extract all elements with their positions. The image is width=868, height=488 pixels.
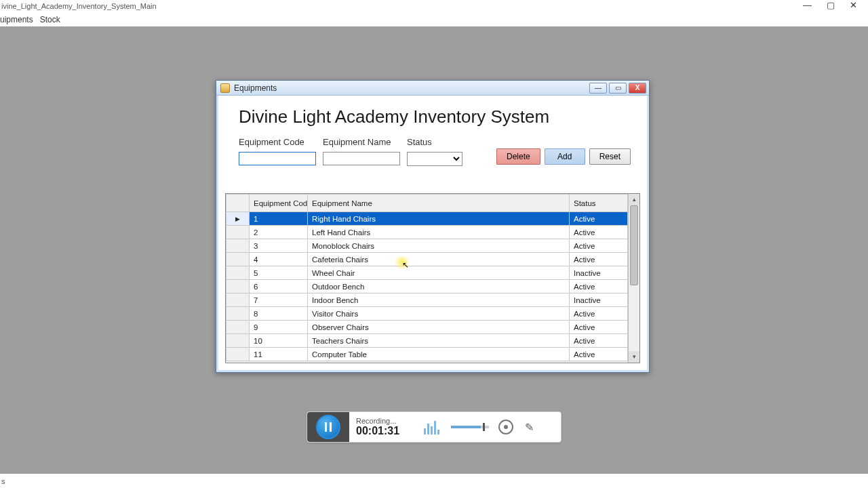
equipment-name-label: Equipment Name <box>323 137 400 147</box>
table-row[interactable]: 8Visitor ChairsActive <box>226 307 628 321</box>
row-header <box>226 266 250 280</box>
recording-time: 00:01:31 <box>356 425 417 437</box>
recording-label: Recording... <box>356 417 417 425</box>
row-header <box>226 321 250 334</box>
cell-name[interactable]: Observer Chairs <box>308 321 570 334</box>
cell-code[interactable]: 8 <box>250 307 308 321</box>
cell-code[interactable]: 9 <box>250 321 308 334</box>
status-select[interactable] <box>407 152 462 166</box>
cell-status[interactable]: Active <box>570 226 628 239</box>
page-title: Divine Light Academy Inventory System <box>218 96 647 137</box>
table-row[interactable]: ▶1Right Hand ChairsActive <box>226 212 628 226</box>
cell-status[interactable]: Active <box>570 280 628 293</box>
cell-code[interactable]: 3 <box>250 239 308 253</box>
cell-name[interactable]: Left Hand Chairs <box>308 226 570 239</box>
audio-volume-slider[interactable] <box>451 426 489 428</box>
cell-name[interactable]: Right Hand Chairs <box>308 212 570 226</box>
cell-name[interactable]: Cafeteria Chairs <box>308 253 570 266</box>
table-row[interactable]: 5Wheel ChairInactive <box>226 266 628 280</box>
menu-equipments[interactable]: uipments <box>0 14 40 26</box>
row-header <box>226 280 250 293</box>
row-header: ▶ <box>226 212 250 226</box>
cell-name[interactable]: Monoblock Chairs <box>308 239 570 253</box>
child-maximize-button[interactable]: ▭ <box>609 83 627 94</box>
cell-status[interactable]: Active <box>570 253 628 266</box>
main-titlebar: ivine_Light_Academy_Inventory_System_Mai… <box>0 0 868 12</box>
col-status[interactable]: Status <box>570 195 628 212</box>
delete-button[interactable]: Delete <box>496 148 540 165</box>
cell-status[interactable]: Active <box>570 348 628 361</box>
statusbar: s <box>0 474 868 488</box>
main-maximize-button[interactable]: ▢ <box>827 0 835 10</box>
equipment-code-input[interactable] <box>239 152 316 165</box>
equipments-window: Equipments — ▭ X Divine Light Academy In… <box>216 80 650 373</box>
col-equipment-name[interactable]: Equipment Name <box>308 195 570 212</box>
screen-recorder-bar[interactable]: Recording... 00:01:31 ✎ <box>307 411 561 443</box>
child-minimize-button[interactable]: — <box>589 83 607 94</box>
pause-recording-button[interactable] <box>316 415 340 439</box>
equipments-body: Divine Light Academy Inventory System Eq… <box>218 96 647 370</box>
cell-code[interactable]: 1 <box>250 212 308 226</box>
table-row[interactable]: 6Outdoor BenchActive <box>226 280 628 293</box>
table-row[interactable]: 9Observer ChairsActive <box>226 321 628 334</box>
reset-button[interactable]: Reset <box>589 148 631 165</box>
webcam-toggle-button[interactable] <box>498 420 513 434</box>
scroll-up-icon[interactable]: ▴ <box>629 194 639 205</box>
cell-name[interactable]: Teachers Chairs <box>308 334 570 348</box>
table-row[interactable]: 10Teachers ChairsActive <box>226 334 628 348</box>
row-header <box>226 239 250 253</box>
cell-code[interactable]: 5 <box>250 266 308 280</box>
table-row[interactable]: 7Indoor BenchInactive <box>226 293 628 307</box>
add-button[interactable]: Add <box>545 148 585 165</box>
cursor-icon: ↖ <box>402 260 409 270</box>
menubar: uipments Stock <box>0 12 868 26</box>
row-header <box>226 307 250 321</box>
cell-code[interactable]: 11 <box>250 348 308 361</box>
table-row[interactable]: 4Cafeteria ChairsActive <box>226 253 628 266</box>
scroll-thumb[interactable] <box>630 205 638 285</box>
row-header <box>226 348 250 361</box>
scroll-down-icon[interactable]: ▾ <box>629 351 639 363</box>
row-header <box>226 334 250 348</box>
cell-code[interactable]: 4 <box>250 253 308 266</box>
statusbar-text: s <box>1 477 5 485</box>
filter-form: Equipment Code Equipment Name Status Del… <box>218 137 647 175</box>
cell-status[interactable]: Active <box>570 212 628 226</box>
equipments-grid: Equipment Code Equipment Name Status ▶1R… <box>225 193 640 363</box>
main-close-button[interactable]: ✕ <box>850 0 857 10</box>
cell-status[interactable]: Inactive <box>570 266 628 280</box>
row-header <box>226 253 250 266</box>
table-row[interactable]: 2Left Hand ChairsActive <box>226 226 628 239</box>
equipments-titlebar[interactable]: Equipments — ▭ X <box>216 81 649 96</box>
grid-header-row: Equipment Code Equipment Name Status <box>226 195 628 212</box>
cell-status[interactable]: Active <box>570 334 628 348</box>
cell-name[interactable]: Visitor Chairs <box>308 307 570 321</box>
equipments-window-title: Equipments <box>234 83 277 93</box>
grid-scrollbar[interactable]: ▴ ▾ <box>628 194 639 363</box>
equipment-name-input[interactable] <box>323 152 400 165</box>
menu-stock[interactable]: Stock <box>40 14 67 26</box>
cell-status[interactable]: Active <box>570 321 628 334</box>
col-equipment-code[interactable]: Equipment Code <box>250 195 308 212</box>
table-row[interactable]: 3Monoblock ChairsActive <box>226 239 628 253</box>
cell-name[interactable]: Wheel Chair <box>308 266 570 280</box>
cell-code[interactable]: 6 <box>250 280 308 293</box>
audio-level-icon <box>424 420 443 434</box>
cell-status[interactable]: Active <box>570 239 628 253</box>
table-row[interactable]: 11Computer TableActive <box>226 348 628 361</box>
row-header <box>226 293 250 307</box>
cell-code[interactable]: 2 <box>250 226 308 239</box>
cell-status[interactable]: Inactive <box>570 293 628 307</box>
cell-code[interactable]: 10 <box>250 334 308 348</box>
child-close-button[interactable]: X <box>629 83 646 94</box>
cell-name[interactable]: Indoor Bench <box>308 293 570 307</box>
main-minimize-button[interactable]: — <box>803 0 812 10</box>
cell-name[interactable]: Outdoor Bench <box>308 280 570 293</box>
main-window-title: ivine_Light_Academy_Inventory_System_Mai… <box>1 2 157 10</box>
cell-code[interactable]: 7 <box>250 293 308 307</box>
cell-status[interactable]: Active <box>570 307 628 321</box>
annotate-button[interactable]: ✎ <box>520 418 538 436</box>
row-header <box>226 226 250 239</box>
cell-name[interactable]: Computer Table <box>308 348 570 361</box>
grid-corner-header <box>226 195 250 212</box>
